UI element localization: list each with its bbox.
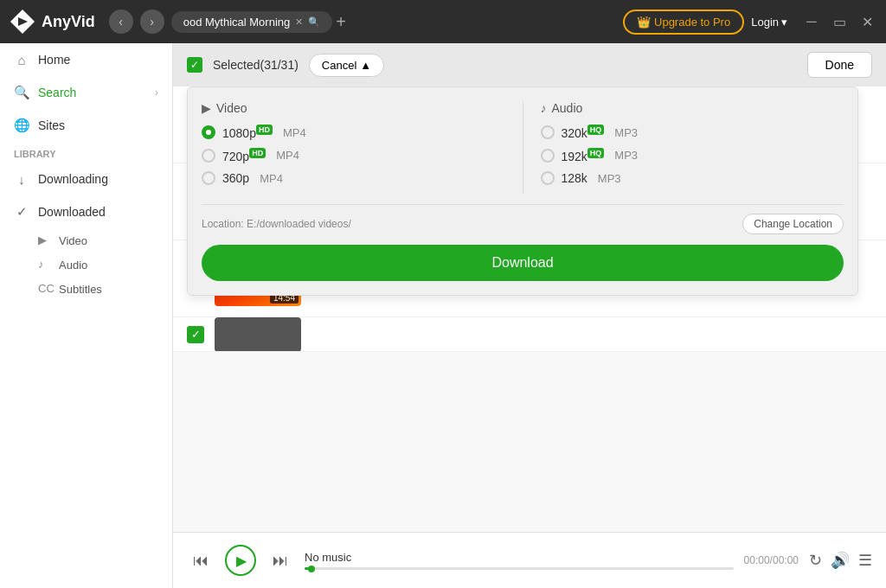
chevron-down-icon: ▾ — [781, 16, 787, 29]
main-layout: ⌂ Home 🔍 Search › 🌐 Sites Library ↓ Down… — [0, 43, 886, 588]
audio-option-320k[interactable]: 320kHQ MP3 — [541, 125, 844, 140]
video-option-1080p[interactable]: 1080pHD MP4 — [202, 125, 505, 140]
video-list: ▶ Video 1080pHD MP4 720pHD MP4 — [173, 86, 886, 532]
play-button[interactable]: ▶ — [225, 545, 256, 576]
audio-option-128k[interactable]: 128k MP3 — [541, 171, 844, 185]
add-tab-button[interactable]: + — [336, 12, 346, 32]
login-button[interactable]: Login ▾ — [751, 16, 787, 29]
sidebar-item-audio[interactable]: ♪ Audio — [0, 252, 172, 277]
change-location-button[interactable]: Change Location — [742, 214, 844, 234]
volume-button[interactable]: 🔊 — [831, 551, 850, 570]
sidebar-item-video[interactable]: ▶ Video — [0, 228, 172, 252]
video-format-column: ▶ Video 1080pHD MP4 720pHD MP4 — [202, 101, 505, 194]
repeat-button[interactable]: ↻ — [809, 551, 822, 570]
radio-320k[interactable] — [541, 125, 555, 139]
titlebar: AnyVid ‹ › ood Mythical Morning ✕ 🔍 + 👑 … — [0, 0, 886, 43]
cancel-button[interactable]: Cancel ▲ — [309, 54, 384, 77]
tab-search-icon: 🔍 — [308, 16, 320, 28]
column-divider — [523, 101, 523, 194]
subtitles-icon: CC — [38, 282, 52, 296]
sidebar-item-sites[interactable]: 🌐 Sites — [0, 109, 172, 142]
app-logo: AnyVid — [9, 8, 95, 35]
sidebar-item-home[interactable]: ⌂ Home — [0, 43, 172, 76]
checkbox-4[interactable]: ✓ — [187, 326, 204, 343]
video-col-header: ▶ Video — [202, 101, 505, 115]
upgrade-label: Upgrade to Pro — [654, 16, 730, 29]
tab-label: ood Mythical Morning — [183, 16, 291, 29]
select-all-checkbox[interactable]: ✓ — [187, 57, 202, 73]
ext-mp4-2: MP4 — [276, 149, 299, 162]
player-time: 00:00/00:00 — [744, 554, 799, 566]
video-col-icon: ▶ — [202, 101, 211, 115]
tab-close-icon[interactable]: ✕ — [295, 16, 303, 28]
active-tab[interactable]: ood Mythical Morning ✕ 🔍 — [171, 11, 333, 33]
playlist-button[interactable]: ☰ — [858, 551, 872, 570]
audio-col-label: Audio — [552, 101, 583, 115]
quality-360p: 360p — [222, 171, 249, 185]
sidebar-item-subtitles[interactable]: CC Subtitles — [0, 277, 172, 301]
video-icon: ▶ — [38, 233, 52, 247]
back-button[interactable]: ‹ — [109, 10, 133, 34]
sidebar-item-downloaded[interactable]: ✓ Downloaded — [0, 195, 172, 228]
audio-col-header: ♪ Audio — [541, 101, 844, 115]
ext-mp3-3: MP3 — [598, 172, 621, 185]
sidebar-label-video: Video — [59, 234, 87, 247]
download-button[interactable]: Download — [202, 245, 844, 281]
home-icon: ⌂ — [14, 52, 29, 67]
play-icon: ▶ — [236, 553, 247, 569]
done-button[interactable]: Done — [807, 52, 872, 78]
video-option-720p[interactable]: 720pHD MP4 — [202, 149, 505, 163]
minimize-button[interactable]: ─ — [801, 11, 822, 32]
player-bar: ⏮ ▶ ⏭ No music 00:00/00:00 ↻ 🔊 ☰ — [173, 532, 886, 588]
location-text: Location: E:/downloaded videos/ — [202, 218, 351, 230]
video-option-360p[interactable]: 360p MP4 — [202, 171, 505, 185]
content-area: ✓ Selected(31/31) Cancel ▲ Done ▶ Video — [173, 43, 886, 588]
audio-col-icon: ♪ — [541, 101, 547, 115]
sidebar-label-search: Search — [38, 86, 76, 99]
player-progress-bar[interactable] — [305, 567, 734, 570]
tab-bar: ood Mythical Morning ✕ 🔍 + — [171, 11, 616, 33]
sidebar-label-downloaded: Downloaded — [38, 205, 106, 219]
upgrade-button[interactable]: 👑 Upgrade to Pro — [623, 10, 744, 35]
thumbnail-4 — [215, 317, 301, 352]
quality-1080p: 1080pHD — [222, 125, 273, 140]
audio-option-192k[interactable]: 192kHQ MP3 — [541, 149, 844, 163]
ext-mp4-3: MP4 — [260, 172, 283, 185]
quality-192k: 192kHQ — [562, 149, 605, 163]
prev-button[interactable]: ⏮ — [187, 546, 215, 574]
window-controls: ─ ▭ ✕ — [801, 11, 877, 32]
radio-128k[interactable] — [541, 171, 555, 185]
ext-mp3-1: MP3 — [614, 126, 638, 139]
search-icon: 🔍 — [14, 85, 29, 100]
format-dropdown: ▶ Video 1080pHD MP4 720pHD MP4 — [187, 86, 858, 296]
ext-mp4-1: MP4 — [283, 126, 306, 139]
sidebar-label-audio: Audio — [59, 259, 87, 272]
maximize-button[interactable]: ▭ — [829, 11, 850, 32]
check-circle-icon: ✓ — [14, 204, 29, 220]
sidebar: ⌂ Home 🔍 Search › 🌐 Sites Library ↓ Down… — [0, 43, 173, 588]
ext-mp3-2: MP3 — [614, 149, 638, 162]
next-button[interactable]: ⏭ — [266, 546, 294, 574]
progress-dot — [308, 566, 315, 572]
quality-128k: 128k — [562, 171, 587, 185]
chevron-up-icon: ▲ — [360, 59, 371, 72]
format-columns: ▶ Video 1080pHD MP4 720pHD MP4 — [202, 101, 844, 194]
quality-720p: 720pHD — [222, 149, 266, 163]
crown-icon: 👑 — [637, 16, 651, 29]
radio-1080p[interactable] — [202, 125, 215, 139]
login-label: Login — [751, 16, 779, 29]
sidebar-item-search[interactable]: 🔍 Search › — [0, 76, 172, 109]
sidebar-item-downloading[interactable]: ↓ Downloading — [0, 163, 172, 195]
radio-720p[interactable] — [202, 149, 215, 163]
quality-320k: 320kHQ — [562, 125, 605, 140]
player-info: No music — [305, 551, 734, 570]
radio-360p[interactable] — [202, 171, 215, 185]
forward-button[interactable]: › — [140, 10, 164, 34]
radio-192k[interactable] — [541, 149, 555, 163]
player-controls-right: ↻ 🔊 ☰ — [809, 551, 872, 570]
location-row: Location: E:/downloaded videos/ Change L… — [202, 204, 844, 234]
sidebar-label-downloading: Downloading — [38, 172, 108, 186]
selection-bar: ✓ Selected(31/31) Cancel ▲ Done — [173, 43, 886, 86]
close-button[interactable]: ✕ — [857, 11, 877, 32]
video-col-label: Video — [216, 101, 247, 115]
